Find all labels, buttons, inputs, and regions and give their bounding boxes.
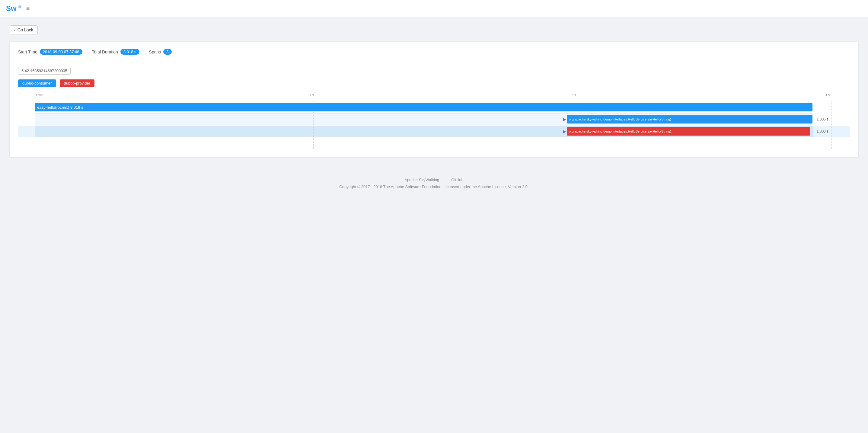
legend-consumer: dubbo-consumer: [18, 79, 56, 87]
spans-item: Spans 3: [149, 49, 172, 55]
total-duration-value: 3.018 s: [120, 49, 140, 55]
chevron-left-icon: ‹: [14, 27, 16, 32]
go-back-label: Go back: [18, 27, 33, 32]
logo-text: Sw: [6, 4, 17, 13]
legend-provider: dubbo-provider: [60, 79, 94, 87]
span-bar-3-sub[interactable]: org.apache.skywalking.demo.interfaces.He…: [567, 127, 810, 136]
hamburger-icon[interactable]: ≡: [26, 5, 30, 12]
spans-area: easy-hello(rpcmix) 3.018 s ▶ org.apache.…: [18, 102, 850, 149]
time-mark-0ms: 0 ms: [35, 93, 42, 97]
trace-info: Start Time 2018-09-03 07:37:48 Total Dur…: [18, 49, 850, 61]
dashed-line-3s: [832, 102, 832, 149]
span-3-duration: 1.003 s: [817, 129, 829, 134]
footer: Apache SkyWalking GitHub Copyright © 201…: [0, 166, 868, 195]
header: Sw ≡: [0, 0, 868, 17]
span-bar-1[interactable]: easy-hello(rpcmix) 3.018 s: [35, 103, 812, 111]
time-mark-2s: 2 s: [571, 93, 576, 97]
time-mark-3s: 3 s: [825, 93, 830, 97]
footer-links: Apache SkyWalking GitHub: [0, 177, 868, 182]
time-ruler: 0 ms 1 s 2 s 3 s: [18, 93, 850, 100]
span-bar-2-sub[interactable]: org.apache.skywalking.demo.interfaces.He…: [567, 115, 812, 123]
span-3-arrow: ▶: [563, 129, 566, 134]
main-content: ‹ Go back Start Time 2018-09-03 07:37:48…: [0, 17, 868, 166]
total-duration-label: Total Duration: [92, 50, 118, 54]
span-row-2[interactable]: ▶ org.apache.skywalking.demo.interfaces.…: [18, 114, 850, 125]
go-back-button[interactable]: ‹ Go back: [10, 25, 38, 34]
span-row-3[interactable]: ▶ org.apache.skywalking.demo.interfaces.…: [18, 125, 850, 137]
start-time-label: Start Time: [18, 50, 37, 54]
span-row-empty: [18, 138, 850, 149]
logo-dot: [19, 5, 22, 8]
spans-count: 3: [163, 49, 172, 55]
legend: dubbo-consumer dubbo-provider: [18, 79, 850, 87]
footer-link-github[interactable]: GitHub: [451, 177, 463, 182]
total-duration-item: Total Duration 3.018 s: [92, 49, 140, 55]
footer-copyright: Copyright © 2017 - 2018 The Apache Softw…: [0, 184, 868, 189]
spans-label: Spans: [149, 50, 161, 54]
time-mark-1s: 1 s: [309, 93, 314, 97]
timeline: 0 ms 1 s 2 s 3 s easy-hello(rpcmix) 3.01…: [18, 93, 850, 149]
logo: Sw: [6, 4, 22, 13]
footer-link-skywalking[interactable]: Apache SkyWalking: [404, 177, 439, 182]
trace-card: Start Time 2018-09-03 07:37:48 Total Dur…: [10, 42, 858, 157]
span-2-arrow: ▶: [563, 117, 566, 122]
trace-id: 5.42.15359314687200005: [18, 67, 71, 75]
span-2-duration: 1.005 s: [817, 117, 829, 121]
start-time-value: 2018-09-03 07:37:48: [40, 49, 83, 55]
span-row-1[interactable]: easy-hello(rpcmix) 3.018 s: [18, 102, 850, 113]
start-time-item: Start Time 2018-09-03 07:37:48: [18, 49, 83, 55]
